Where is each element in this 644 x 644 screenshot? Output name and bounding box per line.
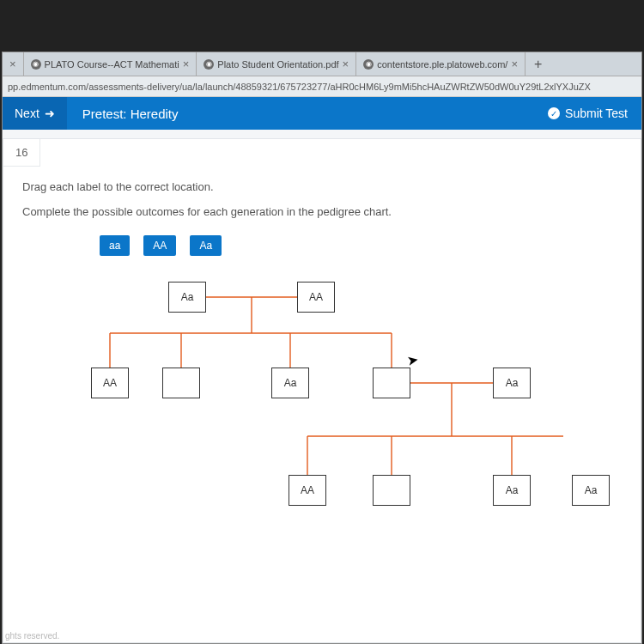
globe-icon: ◉ bbox=[204, 59, 214, 70]
pedigree-node-g3-3[interactable]: Aa bbox=[493, 475, 531, 506]
instruction-line-2: Complete the possible outcomes for each … bbox=[22, 205, 622, 218]
pedigree-node-g2-3[interactable]: Aa bbox=[271, 368, 309, 398]
tab-label: PLATO Course--ACT Mathemati bbox=[45, 59, 179, 70]
close-icon[interactable]: × bbox=[9, 58, 16, 70]
check-icon: ✓ bbox=[548, 107, 560, 119]
pedigree-node-g2-4[interactable] bbox=[373, 368, 410, 398]
close-icon[interactable]: × bbox=[511, 58, 518, 70]
tab-label: contentstore.ple.platoweb.com/ bbox=[377, 59, 507, 70]
pedigree-node-g3-2[interactable] bbox=[373, 475, 410, 506]
drag-label-tray: aa AA Aa bbox=[22, 230, 622, 256]
close-icon[interactable]: × bbox=[343, 58, 349, 70]
drag-chip-Aa[interactable]: Aa bbox=[190, 235, 222, 256]
question-card: 16 Drag each label to the correct locati… bbox=[3, 138, 641, 643]
globe-icon: ◉ bbox=[363, 59, 374, 70]
arrow-right-icon: ➜ bbox=[45, 106, 55, 120]
pedigree-node-g3-4[interactable]: Aa bbox=[572, 475, 610, 506]
instruction-line-1: Drag each label to the correct location. bbox=[22, 180, 622, 193]
pedigree-node-g1-2[interactable]: AA bbox=[297, 282, 335, 313]
pedigree-node-g1-1[interactable]: Aa bbox=[168, 282, 206, 313]
url-bar[interactable]: pp.edmentum.com/assessments-delivery/ua/… bbox=[3, 76, 641, 97]
submit-label: Submit Test bbox=[565, 106, 628, 120]
submit-test-button[interactable]: ✓ Submit Test bbox=[534, 106, 641, 120]
app-header: Next ➜ Pretest: Heredity ✓ Submit Test bbox=[3, 97, 641, 130]
tab-contentstore[interactable]: ◉ contentstore.ple.platoweb.com/ × bbox=[356, 52, 526, 76]
url-text: pp.edmentum.com/assessments-delivery/ua/… bbox=[8, 82, 591, 92]
footer-text: ghts reserved. bbox=[5, 631, 59, 641]
cursor-icon: ➤ bbox=[405, 351, 419, 369]
tab-plato-course[interactable]: ◉ PLATO Course--ACT Mathemati × bbox=[24, 52, 197, 76]
browser-window: × ◉ PLATO Course--ACT Mathemati × ◉ Plat… bbox=[2, 52, 642, 644]
globe-icon: ◉ bbox=[31, 59, 41, 70]
page-title: Pretest: Heredity bbox=[67, 106, 194, 121]
next-button[interactable]: Next ➜ bbox=[3, 97, 67, 130]
question-number: 16 bbox=[3, 139, 40, 167]
tab-close-stub[interactable]: × bbox=[3, 52, 24, 76]
tab-label: Plato Student Orientation.pdf bbox=[217, 59, 338, 70]
pedigree-lines bbox=[48, 273, 563, 574]
pedigree-node-g2-1[interactable]: AA bbox=[91, 368, 129, 398]
pedigree-node-g3-1[interactable]: AA bbox=[289, 475, 326, 506]
pedigree-chart: Aa AA AA Aa Aa AA Aa Aa ➤ bbox=[48, 273, 563, 574]
tab-bar: × ◉ PLATO Course--ACT Mathemati × ◉ Plat… bbox=[3, 52, 641, 76]
pedigree-node-g2-5[interactable]: Aa bbox=[493, 368, 531, 398]
drag-chip-AA[interactable]: AA bbox=[143, 235, 176, 256]
next-label: Next bbox=[15, 106, 39, 120]
new-tab-button[interactable]: + bbox=[526, 57, 550, 72]
drag-chip-aa[interactable]: aa bbox=[100, 235, 130, 256]
close-icon[interactable]: × bbox=[183, 58, 190, 70]
content-area: 16 Drag each label to the correct locati… bbox=[3, 130, 641, 643]
tab-orientation-pdf[interactable]: ◉ Plato Student Orientation.pdf × bbox=[197, 52, 356, 76]
pedigree-node-g2-2[interactable] bbox=[162, 368, 200, 398]
